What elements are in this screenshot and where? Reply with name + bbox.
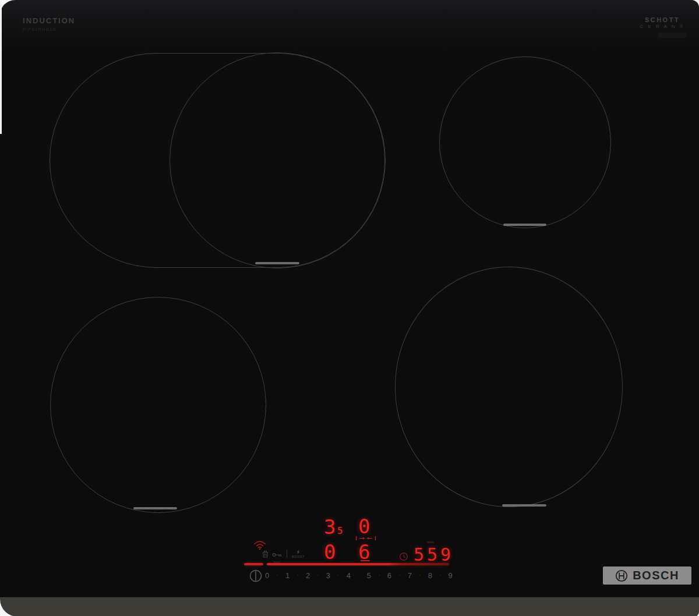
zone-marker (133, 507, 177, 509)
panel-function-keys: MIN BOOST (262, 550, 305, 565)
model-number: PIF61RHB1E (23, 27, 57, 32)
scale-number-4[interactable]: 4 (347, 571, 351, 580)
display-front-left-power: 0 (324, 542, 336, 562)
bosch-label: BOSCH (633, 569, 679, 582)
boost-key[interactable]: BOOST (292, 550, 305, 559)
zone-rear-right-outline (439, 56, 611, 228)
boost-label: BOOST (292, 555, 305, 559)
display-timer: 559 (414, 546, 454, 564)
power-slider-segment[interactable] (244, 563, 263, 565)
background-sliver (0, 2, 2, 134)
schott-sticker (658, 33, 686, 38)
scale-number-5[interactable]: 5 (367, 571, 371, 580)
zone-front-right-outline (395, 267, 623, 507)
zone-marker (255, 262, 299, 264)
panel-divider (287, 550, 287, 558)
zone-marker (503, 224, 546, 226)
schott-line1: SCHOTT (640, 16, 685, 23)
wifi-icon[interactable] (253, 540, 267, 550)
key-lock-icon (272, 552, 282, 558)
scale-dot: · (398, 572, 400, 579)
display-rear-right-power: 0 (358, 516, 370, 536)
timer-unit-label: min (427, 540, 435, 544)
scale-number-2[interactable]: 2 (306, 571, 310, 580)
childlock-key[interactable]: MIN (272, 550, 282, 565)
scale-dot: · (439, 572, 441, 579)
display-front-right-power: 6 (358, 542, 370, 562)
scale-dot: · (378, 572, 380, 579)
induction-label: INDUCTION (23, 16, 75, 25)
scale-dot: · (337, 572, 339, 579)
scale-number-7[interactable]: 7 (408, 571, 412, 580)
bosch-logo-plate: BOSCH (603, 567, 691, 585)
scale-number-3[interactable]: 3 (326, 571, 330, 580)
scale-number-6[interactable]: 6 (387, 571, 391, 580)
timer-clock-icon[interactable] (399, 552, 408, 561)
cleaning-lock-key[interactable] (262, 550, 269, 560)
power-slider-track[interactable] (267, 563, 449, 565)
schott-ceran-logo: SCHOTT C E R A N ® (640, 16, 685, 29)
pan-move-icon (355, 536, 376, 541)
schott-line2: C E R A N ® (640, 24, 685, 29)
power-icon[interactable] (249, 569, 263, 583)
scale-dot: · (317, 572, 319, 579)
scale-dot: · (276, 572, 278, 579)
scale-number-0[interactable]: 0 (265, 571, 269, 580)
cooktop-photo: INDUCTION PIF61RHB1E SCHOTT C E R A N ® (0, 0, 699, 616)
zone-marker (502, 504, 546, 507)
bosch-emblem-icon (615, 569, 628, 582)
scale-dot: · (358, 572, 359, 579)
scale-number-1[interactable]: 1 (285, 571, 290, 580)
scale-dot: · (419, 572, 421, 579)
display-rear-left-power: 3 (324, 517, 336, 537)
display-rear-left-power-sub: 5 (337, 526, 343, 536)
power-level-scale[interactable]: 0 · 1 · 2 · 3 · 4 · 5 · 6 · 7 · 8 · 9 (265, 571, 453, 580)
scale-dot: · (296, 572, 298, 579)
boost-flash-icon (296, 550, 301, 554)
zone-front-left-outline (50, 297, 266, 513)
zone-rear-left-outline (170, 52, 386, 268)
scale-number-8[interactable]: 8 (428, 571, 432, 580)
front-trim-bar (0, 597, 699, 616)
cleaning-icon (262, 550, 269, 558)
scale-number-9[interactable]: 9 (449, 571, 453, 580)
front-right-selected-mark (361, 560, 370, 561)
